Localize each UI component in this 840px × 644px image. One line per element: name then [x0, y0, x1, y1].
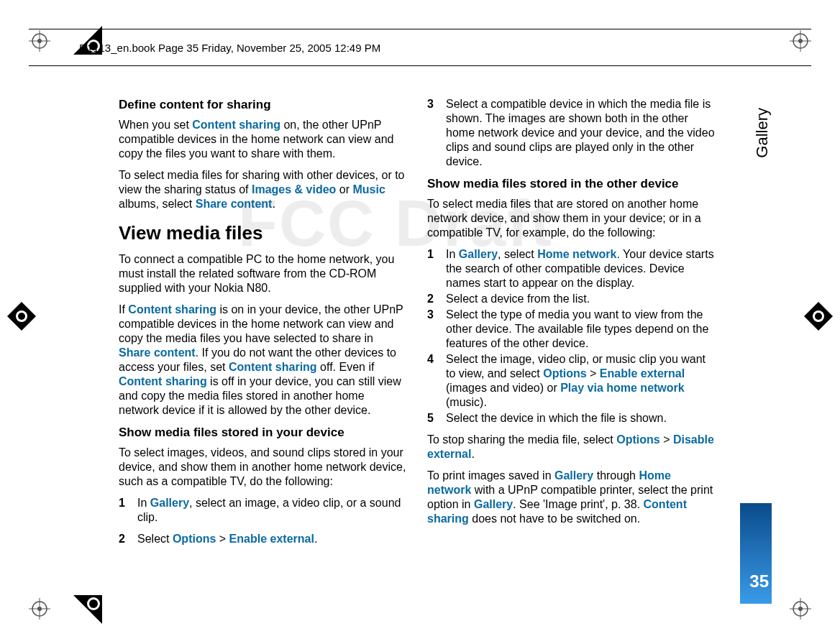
list-item: 2Select Options > Enable external.: [119, 532, 407, 546]
header-text: R1113_en.book Page 35 Friday, November 2…: [79, 42, 380, 54]
registration-mark-icon: [790, 598, 811, 622]
link-share-content: Share content: [196, 198, 273, 210]
link-gallery: Gallery: [554, 469, 593, 482]
svg-point-24: [18, 313, 25, 320]
list-item: 4Select the image, video clip, or music …: [427, 352, 716, 410]
list-item: 1In Gallery, select Home network. Your d…: [427, 247, 716, 290]
svg-point-21: [89, 599, 98, 608]
link-home-network: Home network: [537, 248, 616, 260]
list-item: 5Select the device in which the file is …: [427, 411, 716, 426]
crop-mark-icon: [804, 302, 833, 334]
list-item: 1In Gallery, select an image, a video cl…: [119, 496, 407, 525]
link-share-content: Share content: [119, 346, 196, 359]
link-enable-external: Enable external: [600, 367, 685, 380]
registration-mark-icon: [29, 598, 50, 622]
list-item: 3Select the type of media you want to vi…: [427, 308, 716, 351]
body-text: To select media files that are stored on…: [427, 197, 716, 240]
section-tab-label: Gallery: [753, 108, 772, 158]
svg-point-18: [798, 607, 803, 611]
page-content: Define content for sharing When you set …: [119, 97, 716, 571]
link-options: Options: [543, 367, 586, 380]
page-number: 35: [749, 571, 769, 592]
heading-show-other-device: Show media files stored in the other dev…: [427, 176, 716, 191]
link-content-sharing: Content sharing: [229, 361, 317, 373]
link-content-sharing: Content sharing: [119, 375, 207, 387]
body-text: To connect a compatible PC to the home n…: [119, 252, 407, 295]
link-content-sharing: Content sharing: [128, 303, 216, 316]
list-item: 2Select a device from the list.: [427, 292, 716, 306]
body-text: To stop sharing the media file, select O…: [427, 433, 716, 461]
link-options: Options: [173, 533, 216, 545]
crop-mark-icon: [7, 302, 36, 334]
header-bar: R1113_en.book Page 35 Friday, November 2…: [29, 29, 811, 66]
body-text: If Content sharing is on in your device,…: [119, 303, 407, 418]
link-enable-external: Enable external: [229, 533, 314, 545]
link-gallery: Gallery: [150, 497, 189, 509]
list-item: 3Select a compatible device in which the…: [427, 97, 716, 169]
body-text: When you set Content sharing on, the oth…: [119, 118, 407, 161]
body-text: To print images saved in Gallery through…: [427, 469, 716, 526]
body-text: To select media files for sharing with o…: [119, 168, 407, 211]
heading-show-your-device: Show media files stored in your device: [119, 425, 407, 440]
svg-point-14: [37, 607, 42, 611]
link-play-via-home: Play via home network: [560, 382, 685, 394]
link-options: Options: [616, 433, 659, 446]
link-gallery: Gallery: [474, 498, 513, 510]
link-content-sharing: Content sharing: [192, 119, 280, 131]
body-text: To select images, videos, and sound clip…: [119, 446, 407, 489]
link-gallery: Gallery: [459, 248, 498, 260]
link-music: Music: [352, 183, 385, 196]
steps-list: 1In Gallery, select an image, a video cl…: [119, 496, 407, 525]
heading-view-media: View media files: [119, 221, 407, 245]
crop-mark-icon: [73, 595, 102, 627]
heading-define-content: Define content for sharing: [119, 97, 407, 112]
svg-point-27: [815, 313, 822, 320]
link-images-video: Images & video: [252, 183, 336, 196]
steps-list: 1In Gallery, select Home network. Your d…: [427, 247, 716, 426]
